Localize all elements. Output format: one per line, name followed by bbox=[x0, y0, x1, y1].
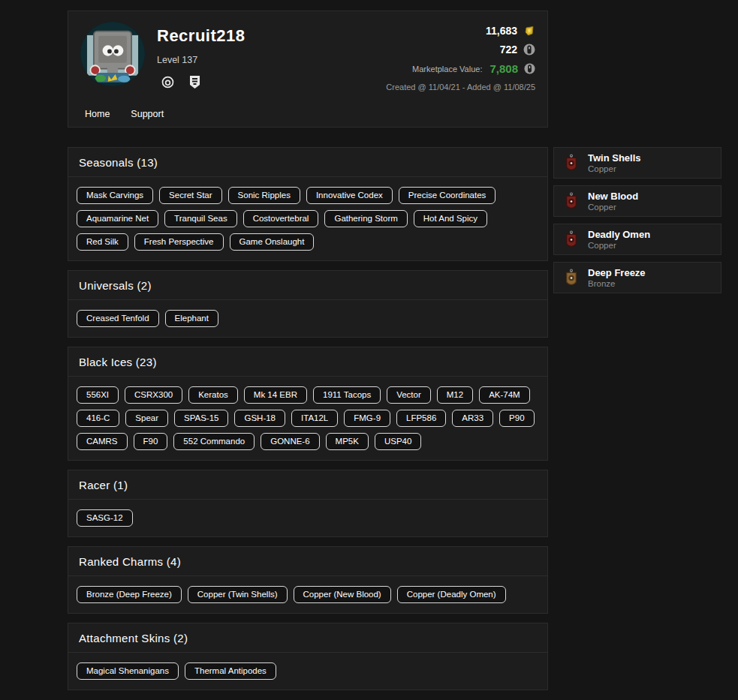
item-chip-spear[interactable]: Spear bbox=[125, 410, 168, 427]
epic-games-icon bbox=[189, 76, 200, 89]
item-chip-game-onslaught[interactable]: Game Onslaught bbox=[230, 233, 315, 251]
item-chip-hot-and-spicy[interactable]: Hot And Spicy bbox=[414, 210, 487, 227]
section-items: Bronze (Deep Freeze)Copper (Twin Shells)… bbox=[68, 576, 547, 613]
item-chip-copper-deadly-omen[interactable]: Copper (Deadly Omen) bbox=[397, 586, 506, 603]
item-chip-copper-new-blood[interactable]: Copper (New Blood) bbox=[294, 586, 391, 603]
item-chip-keratos[interactable]: Keratos bbox=[188, 386, 238, 404]
section-title: Racer (1) bbox=[68, 470, 547, 500]
charm-shield-icon bbox=[565, 192, 578, 211]
section-attachment-skins-2: Attachment Skins (2)Magical ShenanigansT… bbox=[68, 623, 548, 690]
profile-info: Recruit218 Level 137 bbox=[157, 22, 245, 92]
item-chip-ita12l[interactable]: ITA12L bbox=[291, 410, 338, 427]
charm-card-deadly-omen[interactable]: Deadly OmenCopper bbox=[553, 224, 721, 255]
section-title: Universals (2) bbox=[68, 271, 547, 300]
charm-tier: Copper bbox=[588, 241, 650, 251]
section-black-ices-23: Black Ices (23)556XICSRX300KeratosMk 14 … bbox=[68, 347, 548, 461]
item-chip-spas-15[interactable]: SPAS-15 bbox=[174, 410, 228, 427]
item-chip-sonic-ripples[interactable]: Sonic Ripples bbox=[228, 187, 300, 204]
item-chip-csrx300[interactable]: CSRX300 bbox=[125, 386, 182, 404]
charm-card-text: Deadly OmenCopper bbox=[588, 229, 650, 251]
profile-level: Level 137 bbox=[157, 55, 245, 65]
renown-row: 722 bbox=[386, 44, 535, 56]
item-chip-innovative-codex[interactable]: Innovative Codex bbox=[306, 187, 393, 204]
profile-header-panel: Recruit218 Level 137 bbox=[68, 11, 548, 128]
charm-tier: Copper bbox=[588, 164, 641, 174]
item-chip-gsh-18[interactable]: GSH-18 bbox=[234, 410, 285, 427]
item-chip-gonne-6[interactable]: GONNE-6 bbox=[261, 433, 319, 450]
nav-link-support[interactable]: Support bbox=[131, 109, 164, 119]
marketplace-value-row: Marketplace Value: 7,808 bbox=[386, 62, 535, 75]
charm-card-text: New BloodCopper bbox=[588, 191, 638, 212]
item-chip-tranquil-seas[interactable]: Tranquil Seas bbox=[164, 210, 237, 227]
item-chip-ar33[interactable]: AR33 bbox=[452, 410, 493, 427]
section-title: Ranked Charms (4) bbox=[68, 547, 547, 576]
section-items: Mask CarvingsSecret StarSonic RipplesInn… bbox=[68, 177, 547, 260]
profile-header-row: Recruit218 Level 137 bbox=[80, 22, 535, 92]
section-ranked-charms-4: Ranked Charms (4)Bronze (Deep Freeze)Cop… bbox=[68, 546, 548, 614]
ubisoft-icon bbox=[161, 76, 174, 89]
avatar-image bbox=[80, 22, 145, 86]
charm-card-text: Deep FreezeBronze bbox=[588, 267, 646, 289]
item-chip-copper-twin-shells[interactable]: Copper (Twin Shells) bbox=[188, 586, 288, 603]
item-chip-bronze-deep-freeze[interactable]: Bronze (Deep Freeze) bbox=[77, 586, 182, 603]
item-chip-thermal-antipodes[interactable]: Thermal Antipodes bbox=[185, 662, 276, 680]
charm-shield-icon bbox=[565, 154, 578, 173]
item-chip-556xi[interactable]: 556XI bbox=[77, 386, 119, 404]
item-chip-magical-shenanigans[interactable]: Magical Shenanigans bbox=[77, 662, 179, 680]
item-chip-mp5k[interactable]: MP5K bbox=[326, 433, 369, 450]
item-chip-red-silk[interactable]: Red Silk bbox=[77, 233, 128, 251]
created-added-line: Created @ 11/04/21 - Added @ 11/08/25 bbox=[386, 83, 535, 92]
item-chip-creased-tenfold[interactable]: Creased Tenfold bbox=[77, 310, 159, 327]
section-items: SASG-12 bbox=[68, 500, 547, 536]
item-chip-1911-tacops[interactable]: 1911 Tacops bbox=[313, 386, 381, 404]
section-seasonals-13: Seasonals (13)Mask CarvingsSecret StarSo… bbox=[68, 147, 548, 261]
inventory-sections: Seasonals (13)Mask CarvingsSecret StarSo… bbox=[68, 147, 548, 699]
credits-amount: 11,683 bbox=[486, 25, 517, 37]
charm-card-new-blood[interactable]: New BloodCopper bbox=[553, 185, 721, 217]
item-chip-mk-14-ebr[interactable]: Mk 14 EBR bbox=[244, 386, 307, 404]
section-title: Attachment Skins (2) bbox=[68, 623, 547, 653]
item-chip-mask-carvings[interactable]: Mask Carvings bbox=[77, 187, 153, 204]
charm-title: Twin Shells bbox=[588, 152, 641, 164]
charm-shield-icon bbox=[565, 269, 578, 287]
ranked-charms-sidebar: Twin ShellsCopperNew BloodCopperDeadly O… bbox=[553, 147, 721, 300]
item-chip-lfp586[interactable]: LFP586 bbox=[396, 410, 446, 427]
item-chip-aquamarine-net[interactable]: Aquamarine Net bbox=[77, 210, 158, 227]
section-items: Magical ShenanigansThermal Antipodes bbox=[68, 653, 547, 689]
item-chip-elephant[interactable]: Elephant bbox=[165, 310, 218, 327]
credits-coin-icon bbox=[523, 26, 535, 37]
item-chip-f90[interactable]: F90 bbox=[134, 433, 168, 450]
item-chip-camrs[interactable]: CAMRS bbox=[77, 433, 128, 450]
renown-coin-icon bbox=[524, 63, 535, 74]
item-chip-416-c[interactable]: 416-C bbox=[77, 410, 119, 427]
item-chip-costovertebral[interactable]: Costovertebral bbox=[243, 210, 319, 227]
item-chip-fmg-9[interactable]: FMG-9 bbox=[344, 410, 390, 427]
charm-card-deep-freeze[interactable]: Deep FreezeBronze bbox=[553, 262, 721, 293]
section-items: 556XICSRX300KeratosMk 14 EBR1911 TacopsV… bbox=[68, 377, 547, 460]
item-chip-ak-74m[interactable]: AK-74M bbox=[479, 386, 530, 404]
section-title: Seasonals (13) bbox=[68, 148, 547, 177]
item-chip-fresh-perspective[interactable]: Fresh Perspective bbox=[134, 233, 224, 251]
renown-coin-icon bbox=[523, 44, 535, 56]
item-chip-secret-star[interactable]: Secret Star bbox=[159, 187, 222, 204]
section-title: Black Ices (23) bbox=[68, 347, 547, 377]
section-items: Creased TenfoldElephant bbox=[68, 300, 547, 337]
item-chip-usp40[interactable]: USP40 bbox=[375, 433, 421, 450]
item-chip-p90[interactable]: P90 bbox=[499, 410, 534, 427]
item-chip-m12[interactable]: M12 bbox=[437, 386, 473, 404]
main-area: Seasonals (13)Mask CarvingsSecret StarSo… bbox=[68, 147, 721, 699]
item-chip-gathering-storm[interactable]: Gathering Storm bbox=[324, 210, 407, 227]
charm-card-twin-shells[interactable]: Twin ShellsCopper bbox=[553, 147, 721, 179]
charm-title: Deep Freeze bbox=[588, 267, 646, 278]
page: Recruit218 Level 137 bbox=[0, 0, 738, 699]
section-racer-1: Racer (1)SASG-12 bbox=[68, 470, 548, 537]
avatar bbox=[80, 22, 145, 86]
item-chip-precise-coordinates[interactable]: Precise Coordinates bbox=[399, 187, 496, 204]
header-nav: Home Support bbox=[85, 109, 164, 119]
item-chip-sasg-12[interactable]: SASG-12 bbox=[77, 509, 133, 527]
nav-link-home[interactable]: Home bbox=[85, 109, 110, 119]
item-chip-vector[interactable]: Vector bbox=[387, 386, 431, 404]
platform-icons bbox=[161, 76, 245, 89]
charm-tier: Bronze bbox=[588, 279, 646, 289]
item-chip-552-commando[interactable]: 552 Commando bbox=[173, 433, 255, 450]
